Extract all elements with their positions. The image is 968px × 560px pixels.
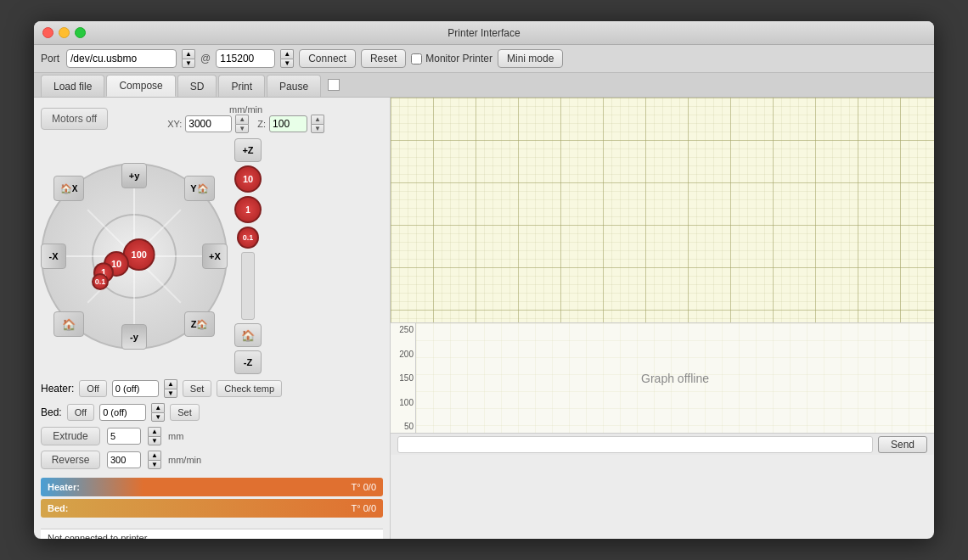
jog-area: 🏠X +y Y🏠 -X +X: [41, 138, 383, 374]
tab-compose[interactable]: Compose: [106, 75, 175, 97]
heater-label: Heater:: [41, 383, 74, 395]
z-speed-input[interactable]: [269, 115, 307, 132]
maximize-button[interactable]: [75, 27, 86, 38]
heater-stepper-down[interactable]: ▼: [164, 389, 177, 398]
reset-button[interactable]: Reset: [361, 49, 406, 68]
z-home-button[interactable]: 🏠: [234, 323, 262, 347]
z-stepper: ▲ ▼: [311, 115, 324, 133]
tab-sd[interactable]: SD: [177, 75, 217, 97]
tab-load-file[interactable]: Load file: [41, 75, 104, 97]
z-stepper-up[interactable]: ▲: [311, 115, 324, 124]
bed-bar: Bed: T° 0/0: [41, 499, 383, 518]
home-z-bottom-button[interactable]: Z🏠: [184, 311, 215, 337]
z-axis: +Z 10 1 0.1 🏠 -Z: [234, 138, 262, 374]
extrude-speed-stepper-down[interactable]: ▼: [148, 460, 161, 469]
bed-stepper-up[interactable]: ▲: [151, 403, 165, 412]
y-label-200: 200: [391, 350, 414, 359]
heater-bar-fill: Heater: T° 0/0: [41, 478, 383, 496]
monitor-printer-checkbox[interactable]: [411, 53, 422, 64]
title-bar: Printer Interface: [34, 21, 934, 45]
z-stepper-down[interactable]: ▼: [311, 124, 324, 133]
port-stepper-down[interactable]: ▼: [182, 59, 195, 68]
bed-bar-label: Bed:: [48, 503, 68, 513]
tab-pause[interactable]: Pause: [267, 75, 321, 97]
baud-stepper-down[interactable]: ▼: [280, 59, 294, 68]
extrude-mm-stepper-up[interactable]: ▲: [148, 427, 161, 436]
upper-grid-svg: [391, 98, 934, 322]
x-minus-button[interactable]: -X: [41, 244, 66, 269]
window-title: Printer Interface: [447, 27, 520, 39]
bed-stepper: ▲ ▼: [151, 403, 165, 422]
bed-temp-input[interactable]: [99, 404, 146, 421]
z-minus-button[interactable]: -Z: [234, 350, 262, 374]
tab-print[interactable]: Print: [218, 75, 265, 97]
heater-bar-label: Heater:: [48, 482, 80, 492]
status-bars: Heater: T° 0/0 Bed: T° 0/0: [41, 474, 383, 524]
check-temp-button[interactable]: Check temp: [217, 380, 282, 397]
send-button[interactable]: Send: [878, 436, 927, 453]
baud-input[interactable]: [216, 49, 275, 68]
port-stepper-up[interactable]: ▲: [182, 49, 195, 59]
motors-off-button[interactable]: Motors off: [41, 108, 108, 130]
mm-per-min-label: mm/min: [229, 104, 262, 115]
send-input[interactable]: [397, 436, 873, 453]
extrude-mm-stepper-down[interactable]: ▼: [148, 436, 161, 445]
z-slider[interactable]: [241, 252, 255, 320]
home-y-button[interactable]: Y🏠: [184, 176, 215, 201]
bed-stepper-down[interactable]: ▼: [151, 412, 165, 422]
minimize-button[interactable]: [59, 27, 70, 38]
x-plus-button[interactable]: +X: [202, 244, 228, 269]
monitor-printer-label[interactable]: Monitor Printer: [411, 53, 492, 64]
xy-speed-input[interactable]: [185, 115, 232, 132]
port-input[interactable]: [66, 49, 177, 68]
upper-grid: [391, 98, 934, 322]
bed-set-button[interactable]: Set: [170, 404, 200, 421]
step-01-button[interactable]: 0.1: [92, 273, 109, 290]
heater-stepper: ▲ ▼: [164, 379, 177, 398]
reverse-button[interactable]: Reverse: [41, 451, 100, 469]
main-content: Motors off mm/min XY: ▲ ▼ Z: ▲: [34, 98, 934, 539]
heater-set-button[interactable]: Set: [183, 380, 212, 397]
extrude-button[interactable]: Extrude: [41, 427, 100, 445]
pause-checkbox[interactable]: [328, 79, 340, 91]
mini-mode-button[interactable]: Mini mode: [498, 49, 563, 68]
mm-unit: mm: [168, 431, 183, 441]
heater-bar: Heater: T° 0/0: [41, 478, 383, 496]
home-bottom-left-button[interactable]: 🏠: [53, 311, 84, 337]
bed-off-button[interactable]: Off: [67, 404, 94, 421]
z-label: Z:: [257, 119, 266, 129]
home-x-button[interactable]: 🏠X: [53, 176, 84, 201]
y-minus-button[interactable]: -y: [121, 324, 147, 350]
svg-rect-2: [391, 98, 934, 322]
extrude-mm-stepper: ▲ ▼: [148, 427, 161, 445]
status-text: Not connected to printer.: [48, 533, 149, 539]
connect-button[interactable]: Connect: [299, 49, 356, 68]
jog-circle: 🏠X +y Y🏠 -X +X: [41, 163, 228, 350]
y-label-250: 250: [391, 325, 414, 334]
z-home-icon: 🏠: [241, 329, 255, 342]
z-plus-button[interactable]: +Z: [234, 138, 262, 162]
heater-off-button[interactable]: Off: [79, 380, 106, 397]
extrude-mm-input[interactable]: [107, 428, 141, 445]
baud-stepper: ▲ ▼: [280, 49, 294, 68]
motors-row: Motors off mm/min XY: ▲ ▼ Z: ▲: [41, 104, 383, 133]
extrude-speed-input[interactable]: [107, 451, 141, 468]
y-plus-button[interactable]: +y: [121, 163, 147, 188]
z-step-01-button[interactable]: 0.1: [237, 227, 259, 249]
speed-unit: mm/min: [168, 455, 201, 465]
y-label-50: 50: [391, 422, 414, 431]
xy-stepper-down[interactable]: ▼: [235, 124, 249, 133]
z-step-10-button[interactable]: 10: [234, 165, 262, 193]
baud-stepper-up[interactable]: ▲: [280, 49, 294, 59]
xy-stepper-up[interactable]: ▲: [235, 115, 249, 124]
traffic-lights: [42, 27, 86, 38]
at-sign: @: [200, 53, 211, 64]
xy-stepper: ▲ ▼: [235, 115, 249, 133]
close-button[interactable]: [42, 27, 53, 38]
xy-label: XY:: [167, 119, 182, 129]
extrude-speed-stepper: ▲ ▼: [148, 451, 161, 469]
extrude-speed-stepper-up[interactable]: ▲: [148, 451, 161, 460]
z-step-1-button[interactable]: 1: [234, 196, 262, 223]
heater-stepper-up[interactable]: ▲: [164, 379, 177, 389]
heater-temp-input[interactable]: [112, 380, 159, 397]
